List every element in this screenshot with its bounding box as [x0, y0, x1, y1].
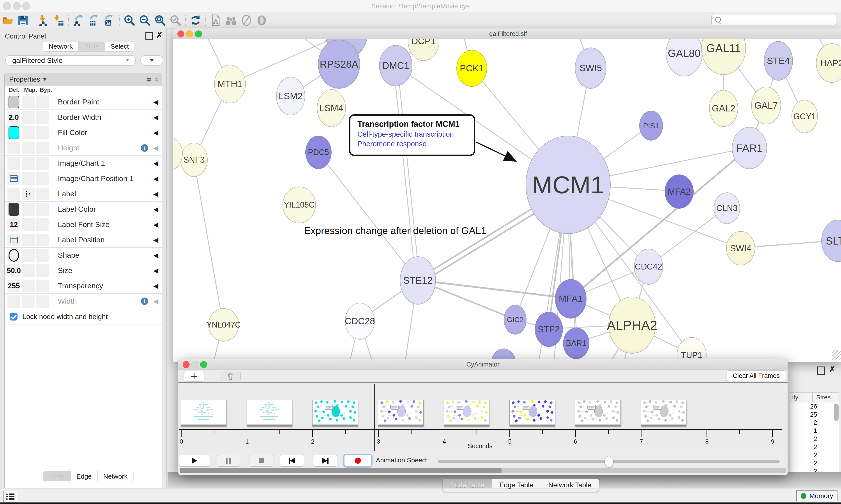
timeline-playhead[interactable]	[374, 384, 375, 451]
cyanimator-titlebar[interactable]: CyAnimator	[178, 359, 788, 370]
play-button[interactable]	[179, 455, 210, 467]
search-input[interactable]	[723, 16, 836, 23]
show-panels-button[interactable]	[3, 491, 17, 502]
properties-header[interactable]: Properties » »	[5, 73, 162, 86]
annotation-link[interactable]: Cell-type-specific transcription	[357, 130, 474, 138]
default-value[interactable]: 12	[10, 220, 18, 229]
node-lsm4[interactable]: LSM4	[317, 89, 346, 127]
position-icon[interactable]	[10, 175, 18, 182]
expand-arrow-icon[interactable]: ◀	[153, 190, 158, 198]
show-details-icon[interactable]	[255, 14, 268, 27]
property-row-transparency[interactable]: 255Transparency◀	[5, 278, 162, 293]
node-pdc5[interactable]: PDC5	[305, 136, 332, 169]
default-value[interactable]: 2.0	[9, 113, 19, 122]
node-dmc1[interactable]: DMC1	[379, 45, 412, 86]
node-cdc28[interactable]: CDC28	[345, 303, 375, 340]
style-selector[interactable]: galFiltered Style	[5, 55, 136, 66]
add-frame-button[interactable]	[184, 371, 204, 381]
node-rps28a[interactable]: RPS28A	[318, 40, 360, 89]
node-mfa2[interactable]: MFA2	[665, 175, 694, 209]
property-row-image-chart-1[interactable]: Image/Chart 1◀	[5, 156, 162, 171]
node-gal7[interactable]: GAL7	[751, 87, 781, 124]
frame-thumbnail-1[interactable]	[181, 400, 227, 427]
expand-arrow-icon[interactable]: ◀	[153, 129, 158, 137]
export-image-icon[interactable]	[103, 14, 115, 27]
import-table-icon[interactable]	[52, 14, 65, 27]
table-header-stress[interactable]: Stres	[816, 394, 830, 401]
stop-button[interactable]	[250, 455, 273, 467]
collapse-all-icon[interactable]: »	[151, 77, 161, 82]
frame-thumbnail-4[interactable]	[378, 400, 424, 427]
clear-all-frames-button[interactable]: Clear All Frames	[727, 371, 786, 381]
minimize-icon[interactable]	[186, 31, 193, 37]
tab-select[interactable]: Select	[105, 41, 135, 51]
node-cdc42[interactable]: CDC42	[634, 249, 663, 285]
memory-button[interactable]: Memory	[796, 490, 838, 501]
tab-edge-table[interactable]: Edge Table	[492, 479, 541, 488]
expand-arrow-icon[interactable]: ◀	[153, 175, 158, 182]
expand-arrow-icon[interactable]: ◀	[153, 282, 158, 290]
node-cln3[interactable]: CLN3	[714, 193, 740, 224]
frame-thumbnail-8[interactable]	[641, 400, 686, 427]
tab-network-table[interactable]: Network Table	[541, 479, 599, 488]
lock-size-checkbox[interactable]	[10, 313, 18, 321]
expand-arrow-icon[interactable]: ◀	[153, 98, 158, 106]
zoom-selected-icon[interactable]	[169, 14, 182, 27]
node-gic2[interactable]: GIC2	[504, 305, 526, 335]
style-options-button[interactable]	[140, 55, 163, 66]
table-cell[interactable]: 2	[790, 419, 839, 427]
property-row-height[interactable]: Heighti◀	[5, 140, 162, 156]
node-ste4[interactable]: STE4	[764, 41, 793, 80]
node-far1[interactable]: FAR1	[732, 127, 767, 169]
binoculars-icon[interactable]	[225, 14, 237, 27]
tab-edge[interactable]: Edge	[71, 471, 98, 481]
column-divider[interactable]	[812, 393, 813, 402]
expand-arrow-icon[interactable]: ◀	[153, 113, 158, 121]
info-icon[interactable]: i	[141, 144, 148, 152]
record-button[interactable]	[344, 455, 372, 467]
zoom-window-icon[interactable]	[22, 2, 30, 10]
expand-arrow-icon[interactable]: ◀	[153, 144, 158, 152]
animation-speed-slider[interactable]	[438, 461, 780, 463]
close-table-icon[interactable]: ✗	[829, 365, 836, 374]
tab-style[interactable]: Style	[78, 41, 105, 51]
node-pck1[interactable]: PCK1	[457, 50, 487, 87]
frame-thumbnail-5[interactable]	[444, 400, 489, 427]
table-scrollbar[interactable]	[834, 403, 839, 421]
node-ynl047c[interactable]: YNL047C	[208, 308, 239, 342]
zoom-in-icon[interactable]	[123, 14, 136, 27]
info-icon[interactable]: i	[141, 298, 148, 305]
hide-details-icon[interactable]	[240, 14, 253, 27]
network-canvas[interactable]: RPS28ADMC1DCP1PCK1MTH1LSM2LSM4SNF3PDC5YI…	[173, 39, 841, 362]
table-header-ity[interactable]: ity	[792, 394, 798, 401]
node-alpha2[interactable]: ALPHA2	[608, 297, 656, 354]
delete-frame-button[interactable]	[220, 371, 241, 381]
close-window-icon[interactable]	[3, 2, 11, 10]
node-swi5[interactable]: SWI5	[575, 48, 606, 89]
close-icon[interactable]	[183, 361, 190, 368]
table-cell[interactable]: 2	[790, 443, 839, 451]
save-icon[interactable]	[17, 14, 29, 27]
property-row-label-color[interactable]: Label Color◀	[5, 202, 162, 217]
table-cell[interactable]: 26	[790, 402, 839, 411]
node-ste12[interactable]: STE12	[400, 256, 436, 305]
table-cell[interactable]: 1	[790, 427, 839, 435]
node-pis1[interactable]: PIS1	[639, 111, 663, 141]
property-row-border-width[interactable]: 2.0Border Width◀	[5, 110, 162, 125]
search-field[interactable]	[711, 14, 836, 25]
annotation-link[interactable]: Pheromone response	[357, 140, 474, 148]
table-cell[interactable]: 2	[790, 451, 839, 459]
zoom-out-icon[interactable]	[139, 14, 151, 27]
property-row-shape[interactable]: Shape◀	[5, 248, 162, 263]
tab-node-table[interactable]: Node Table	[443, 479, 492, 488]
node-lsm2[interactable]: LSM2	[276, 77, 305, 115]
default-value[interactable]: 255	[8, 282, 20, 290]
expand-arrow-icon[interactable]: ◀	[153, 297, 158, 305]
pause-button[interactable]	[217, 455, 240, 467]
maximize-icon[interactable]	[195, 31, 202, 37]
property-row-border-paint[interactable]: Border Paint◀	[5, 94, 162, 110]
property-row-label[interactable]: ›Label◀	[5, 186, 162, 202]
minimize-window-icon[interactable]	[13, 2, 21, 10]
frame-thumbnail-2[interactable]	[247, 400, 292, 427]
maximize-icon[interactable]	[200, 361, 207, 368]
